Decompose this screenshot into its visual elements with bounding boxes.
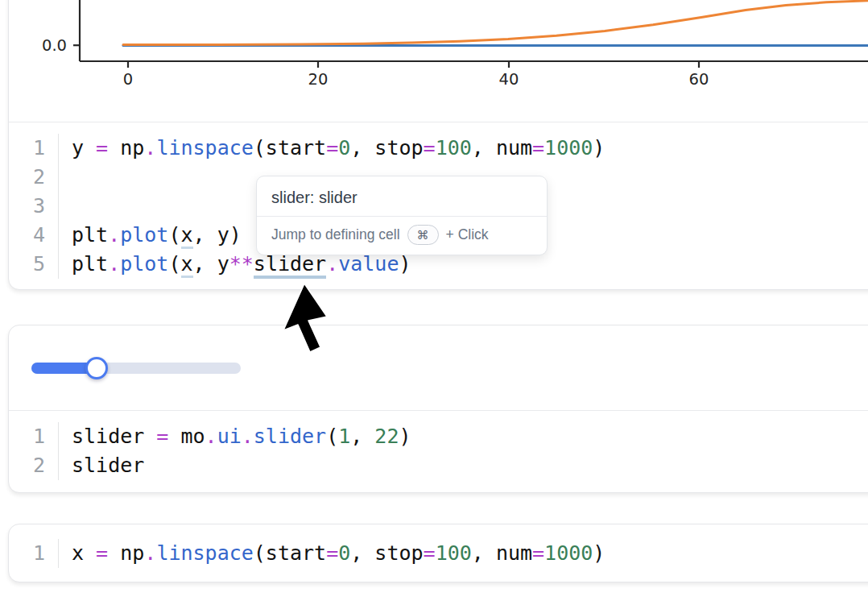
command-key-icon: ⌘ (417, 226, 429, 243)
svg-text:0.0: 0.0 (42, 36, 67, 55)
line-number: 3 (9, 192, 59, 221)
line-number: 2 (9, 451, 59, 480)
command-key-pill: ⌘ (407, 225, 439, 245)
notebook-page: 0.00204060 1y = np.linspace(start=0, sto… (0, 0, 868, 601)
notebook-cell-slider: 1slider = mo.ui.slider(1, 22)2slider (8, 325, 868, 493)
code-editor-slider[interactable]: 1slider = mo.ui.slider(1, 22)2slider (9, 411, 868, 493)
slider-track[interactable] (31, 363, 241, 374)
line-number: 4 (9, 221, 59, 250)
line-number: 1 (9, 134, 59, 163)
svg-text:60: 60 (689, 70, 709, 89)
code-line[interactable]: 2slider (9, 451, 868, 480)
svg-text:40: 40 (499, 70, 519, 89)
matplotlib-chart-output: 0.00204060 (9, 0, 868, 122)
line-chart: 0.00204060 (9, 0, 868, 122)
code-line[interactable]: 1y = np.linspace(start=0, stop=100, num=… (9, 134, 868, 163)
notebook-cell-x: 1x = np.linspace(start=0, stop=100, num=… (8, 524, 868, 582)
svg-text:20: 20 (308, 70, 329, 89)
code-line[interactable]: 1slider = mo.ui.slider(1, 22) (9, 422, 868, 451)
tooltip-click-hint: + Click (446, 226, 489, 243)
line-number: 1 (9, 422, 59, 451)
code-line[interactable]: 1x = np.linspace(start=0, stop=100, num=… (9, 539, 868, 568)
line-number: 5 (9, 250, 59, 279)
jump-to-defining-cell-link[interactable]: Jump to defining cell (271, 226, 400, 243)
line-number: 2 (9, 163, 59, 192)
line-number: 1 (9, 539, 59, 568)
tooltip-title: slider: slider (271, 187, 532, 208)
variable-tooltip: slider: slider Jump to defining cell ⌘ +… (256, 176, 548, 255)
slider-handle[interactable] (85, 357, 108, 379)
svg-text:0: 0 (123, 70, 133, 89)
code-editor-x[interactable]: 1x = np.linspace(start=0, stop=100, num=… (9, 524, 868, 582)
